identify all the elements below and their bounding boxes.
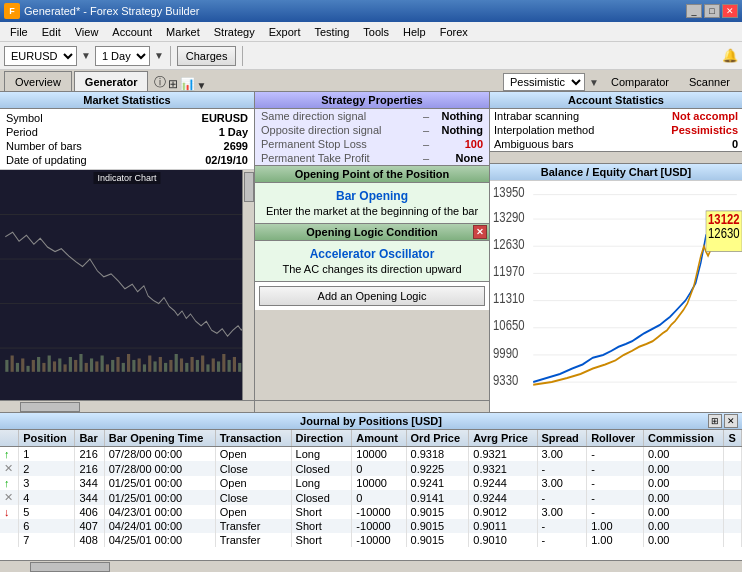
period-select[interactable]: 1 Day bbox=[95, 46, 150, 66]
charges-button[interactable]: Charges bbox=[177, 46, 237, 66]
svg-rect-19 bbox=[79, 354, 82, 372]
market-stats-table: Symbol EURUSD Period 1 Day Number of bar… bbox=[0, 109, 254, 170]
prop-dash-2: – bbox=[423, 138, 429, 150]
svg-text:13290: 13290 bbox=[493, 208, 524, 225]
svg-rect-40 bbox=[191, 357, 194, 372]
notification-icon[interactable]: 🔔 bbox=[722, 48, 738, 63]
svg-rect-39 bbox=[185, 363, 188, 372]
svg-rect-16 bbox=[64, 364, 67, 371]
acct-value-ambiguous: 0 bbox=[732, 138, 738, 150]
logic-close-button[interactable]: ✕ bbox=[473, 225, 487, 239]
title-bar: F Generated* - Forex Strategy Builder _ … bbox=[0, 0, 742, 22]
menu-strategy[interactable]: Strategy bbox=[208, 25, 261, 39]
menu-edit[interactable]: Edit bbox=[36, 25, 67, 39]
col-time[interactable]: Bar Opening Time bbox=[104, 430, 215, 447]
col-spread[interactable]: Spread bbox=[537, 430, 587, 447]
col-ordprice[interactable]: Ord Price bbox=[406, 430, 469, 447]
acct-scrollbar[interactable] bbox=[490, 151, 742, 163]
col-bar[interactable]: Bar bbox=[75, 430, 104, 447]
acct-row-interpolation: Interpolation method Pessimistics bbox=[490, 123, 742, 137]
col-commission[interactable]: Commission bbox=[643, 430, 723, 447]
journal-expand-button[interactable]: ⊞ bbox=[708, 414, 722, 428]
pessimistic-select[interactable]: Pessimistic bbox=[503, 73, 585, 91]
h-scrollbar-middle[interactable] bbox=[255, 400, 489, 412]
svg-text:11310: 11310 bbox=[493, 290, 524, 307]
menu-testing[interactable]: Testing bbox=[309, 25, 356, 39]
menu-tools[interactable]: Tools bbox=[357, 25, 395, 39]
menu-view[interactable]: View bbox=[69, 25, 105, 39]
panel-left: Market Statistics Symbol EURUSD Period 1… bbox=[0, 92, 255, 412]
menu-export[interactable]: Export bbox=[263, 25, 307, 39]
col-amount[interactable]: Amount bbox=[352, 430, 406, 447]
menu-market[interactable]: Market bbox=[160, 25, 206, 39]
cell-rollover: - bbox=[587, 476, 644, 490]
stat-value-symbol: EURUSD bbox=[202, 112, 248, 124]
svg-rect-41 bbox=[196, 360, 199, 372]
maximize-button[interactable]: □ bbox=[704, 4, 720, 18]
cell-time: 04/25/01 00:00 bbox=[104, 533, 215, 547]
h-scrollbar-left[interactable] bbox=[0, 400, 254, 412]
expand-icon[interactable]: ▼ bbox=[196, 80, 206, 91]
col-direction[interactable]: Direction bbox=[291, 430, 352, 447]
col-avrgprice[interactable]: Avrg Price bbox=[469, 430, 537, 447]
journal-close-button[interactable]: ✕ bbox=[724, 414, 738, 428]
tab-generator[interactable]: Generator bbox=[74, 71, 149, 91]
chart-icon[interactable]: 📊 bbox=[180, 77, 195, 91]
balance-chart-container: Balance / Equity Chart [USD] 13950 13290… bbox=[490, 164, 742, 412]
cell-commission: 0.00 bbox=[643, 505, 723, 519]
table-row: ↑ 1 216 07/28/00 00:00 Open Long 10000 0… bbox=[0, 447, 742, 462]
cell-position: 1 bbox=[19, 447, 75, 462]
minimize-button[interactable]: _ bbox=[686, 4, 702, 18]
cell-icon: ✕ bbox=[0, 490, 19, 505]
cell-ordprice: 0.9015 bbox=[406, 505, 469, 519]
opening-logic-content: Accelerator Oscillator The AC changes it… bbox=[255, 241, 489, 281]
table-row: ✕ 2 216 07/28/00 00:00 Close Closed 0 0.… bbox=[0, 461, 742, 476]
col-rollover[interactable]: Rollover bbox=[587, 430, 644, 447]
menu-account[interactable]: Account bbox=[106, 25, 158, 39]
col-s[interactable]: S bbox=[724, 430, 742, 447]
svg-rect-6 bbox=[11, 355, 14, 371]
cell-ordprice: 0.9141 bbox=[406, 490, 469, 505]
svg-rect-36 bbox=[169, 360, 172, 372]
menu-help[interactable]: Help bbox=[397, 25, 432, 39]
cell-time: 01/25/01 00:00 bbox=[104, 476, 215, 490]
prop-value-takeprofit: None bbox=[433, 152, 483, 164]
tab-comparator[interactable]: Comparator bbox=[603, 74, 677, 90]
tab-overview[interactable]: Overview bbox=[4, 71, 72, 91]
grid-icon[interactable]: ⊞ bbox=[168, 77, 178, 91]
close-button[interactable]: ✕ bbox=[722, 4, 738, 18]
prop-dash-0: – bbox=[423, 110, 429, 122]
cell-direction: Long bbox=[291, 447, 352, 462]
pessimistic-arrow-icon: ▼ bbox=[589, 77, 599, 88]
opening-point-desc: Enter the market at the beginning of the… bbox=[261, 205, 483, 217]
indicator-chart-scrollbar[interactable] bbox=[242, 170, 254, 400]
cell-avrgprice: 0.9321 bbox=[469, 447, 537, 462]
tab-scanner[interactable]: Scanner bbox=[681, 74, 738, 90]
window-controls[interactable]: _ □ ✕ bbox=[686, 4, 738, 18]
opening-logic-title: Opening Logic Condition ✕ bbox=[255, 224, 489, 241]
cell-spread: - bbox=[537, 519, 587, 533]
svg-text:9330: 9330 bbox=[493, 371, 518, 388]
journal-h-scrollbar[interactable] bbox=[0, 560, 742, 572]
journal-icon-group: ⊞ ✕ bbox=[708, 414, 738, 428]
journal-scrollbar-thumb[interactable] bbox=[30, 562, 110, 572]
cell-icon bbox=[0, 519, 19, 533]
add-opening-logic-button[interactable]: Add an Opening Logic bbox=[259, 286, 485, 306]
scrollbar-thumb[interactable] bbox=[244, 172, 254, 202]
main-panels: Market Statistics Symbol EURUSD Period 1… bbox=[0, 92, 742, 412]
svg-rect-18 bbox=[74, 360, 77, 372]
cell-s bbox=[724, 476, 742, 490]
h-scrollbar-thumb[interactable] bbox=[20, 402, 80, 412]
period-dropdown-icon: ▼ bbox=[154, 50, 164, 61]
stat-label-symbol: Symbol bbox=[6, 112, 43, 124]
stat-row-period: Period 1 Day bbox=[2, 125, 252, 139]
col-position[interactable]: Position bbox=[19, 430, 75, 447]
menu-forex[interactable]: Forex bbox=[434, 25, 474, 39]
col-transaction[interactable]: Transaction bbox=[215, 430, 291, 447]
menu-file[interactable]: File bbox=[4, 25, 34, 39]
svg-rect-25 bbox=[111, 360, 114, 372]
symbol-select[interactable]: EURUSD bbox=[4, 46, 77, 66]
title-text: Generated* - Forex Strategy Builder bbox=[24, 5, 199, 17]
svg-rect-37 bbox=[175, 354, 178, 372]
info-icon[interactable]: ⓘ bbox=[154, 74, 166, 91]
